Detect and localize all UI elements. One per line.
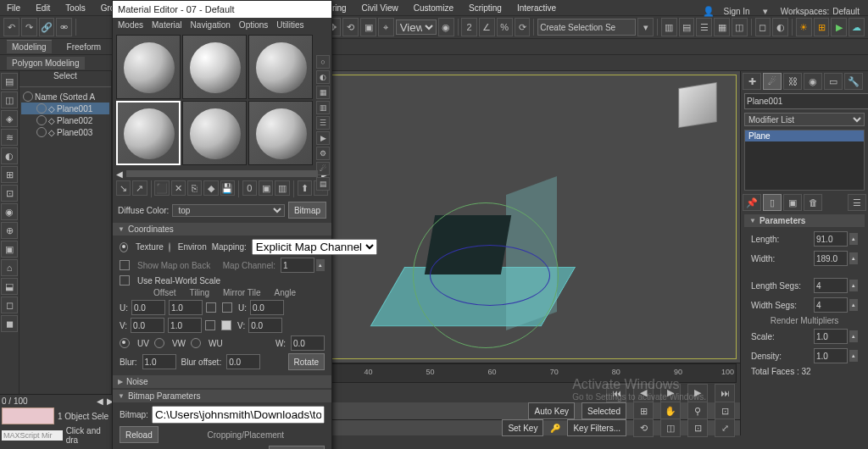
- u-angle-input[interactable]: [250, 300, 284, 315]
- blur-input[interactable]: [142, 354, 176, 369]
- show-in-vp-icon[interactable]: ▣: [259, 180, 273, 196]
- show-map-check[interactable]: [120, 260, 130, 270]
- scene-item[interactable]: ◇Plane001: [21, 103, 109, 114]
- u-mirror-check[interactable]: [206, 302, 216, 313]
- redo-button[interactable]: ↷: [21, 18, 37, 36]
- playback-prev-key[interactable]: ⏮: [606, 384, 626, 402]
- layer-explorer-button[interactable]: ▦: [714, 18, 730, 36]
- selected-button[interactable]: Selected: [581, 402, 626, 419]
- mapchannel-input[interactable]: [281, 258, 314, 273]
- render-setup-button[interactable]: ☀: [796, 18, 812, 36]
- material-slot[interactable]: [116, 35, 181, 99]
- placement-button[interactable]: ⌖: [378, 18, 394, 36]
- menu-tools[interactable]: Tools: [65, 3, 85, 13]
- view-image-button[interactable]: View Image: [269, 446, 325, 449]
- rotate-button[interactable]: ⟲: [342, 18, 359, 36]
- motion-tab-icon[interactable]: ◉: [804, 73, 822, 90]
- nav-icon[interactable]: ◫: [660, 419, 681, 437]
- display-tab-icon[interactable]: ▭: [824, 73, 843, 90]
- bitmap-params-rollout[interactable]: Bitmap Parameters: [113, 390, 331, 402]
- configure-sets-icon[interactable]: ☰: [848, 194, 866, 211]
- sample-uv-icon[interactable]: ▥: [316, 101, 330, 114]
- undo-button[interactable]: ↶: [3, 18, 19, 36]
- render-cloud-button[interactable]: ☁: [849, 18, 865, 36]
- mat-menu-modes[interactable]: Modes: [118, 20, 143, 30]
- rotate-button[interactable]: Rotate: [288, 353, 325, 370]
- v-tile-check[interactable]: [221, 320, 231, 330]
- nav-icon[interactable]: ✋: [660, 402, 681, 420]
- parameters-rollout[interactable]: Parameters: [744, 214, 865, 227]
- put-to-scene-icon[interactable]: ↗: [132, 180, 147, 196]
- cmd-icon[interactable]: ◈: [1, 110, 18, 127]
- material-slot[interactable]: [182, 101, 247, 165]
- snap-percent-button[interactable]: %: [497, 18, 513, 36]
- spinner-snap-button[interactable]: ⟳: [515, 18, 531, 36]
- modify-tab-icon[interactable]: ☄: [763, 73, 782, 90]
- wsegs-input[interactable]: [814, 297, 848, 313]
- coordinates-rollout[interactable]: Coordinates: [113, 223, 331, 236]
- ribbon-tab-modeling[interactable]: Modeling: [7, 40, 52, 53]
- mat-id-icon[interactable]: 0: [242, 180, 257, 196]
- nav-icon[interactable]: ⊡: [715, 402, 735, 420]
- schematic-view-button[interactable]: ◻: [755, 18, 771, 36]
- selection-set-dropdown[interactable]: ▾: [637, 18, 654, 36]
- scene-sort-header[interactable]: Name (Sorted A: [21, 91, 109, 103]
- unlink-button[interactable]: ⚮: [56, 18, 72, 36]
- modifier-stack[interactable]: Plane: [744, 130, 865, 191]
- width-input[interactable]: [814, 251, 848, 266]
- go-parent-icon[interactable]: ⬆: [298, 180, 312, 196]
- modifier-list-dropdown[interactable]: Modifier List: [744, 113, 865, 126]
- signin-button[interactable]: Sign In: [724, 7, 750, 16]
- view-cube[interactable]: [678, 82, 716, 128]
- assign-to-sel-icon[interactable]: ⬛: [154, 180, 169, 196]
- menu-edit[interactable]: Edit: [36, 3, 50, 13]
- wu-radio[interactable]: [191, 338, 201, 348]
- sample-type-icon[interactable]: ○: [316, 55, 330, 69]
- curve-editor-button[interactable]: ◫: [732, 18, 748, 36]
- cmd-icon[interactable]: ▣: [1, 241, 18, 258]
- menu-customize[interactable]: Customize: [414, 3, 453, 13]
- render-button[interactable]: ▶: [831, 18, 847, 36]
- maxscript-listener[interactable]: MAXScript Mir: [2, 430, 63, 441]
- vw-radio[interactable]: [154, 338, 164, 348]
- playback-next-key[interactable]: ⏭: [715, 384, 735, 402]
- layers-button[interactable]: ☰: [696, 18, 712, 36]
- nav-icon[interactable]: ⚲: [687, 402, 708, 420]
- cmd-icon[interactable]: ◉: [1, 203, 18, 220]
- align-button[interactable]: ▤: [679, 18, 695, 36]
- u-tiling-input[interactable]: [169, 300, 203, 315]
- material-slot[interactable]: [248, 101, 313, 165]
- hierarchy-tab-icon[interactable]: ⛓: [783, 73, 802, 90]
- reset-map-icon[interactable]: ✕: [171, 180, 186, 196]
- create-tab-icon[interactable]: ✚: [743, 73, 761, 90]
- ribbon-tab-freeform[interactable]: Freeform: [62, 41, 107, 53]
- bluroffset-input[interactable]: [226, 354, 260, 369]
- v-offset-input[interactable]: [131, 318, 164, 333]
- cmd-icon[interactable]: ◐: [1, 147, 18, 164]
- reload-button[interactable]: Reload: [120, 426, 159, 443]
- cmd-icon[interactable]: ▤: [1, 73, 18, 90]
- remove-modifier-icon[interactable]: 🗑: [804, 194, 822, 211]
- mirror-button[interactable]: ▥: [661, 18, 677, 36]
- density-input[interactable]: [814, 348, 848, 363]
- u-tile-check[interactable]: [222, 302, 232, 313]
- v-angle-input[interactable]: [248, 318, 282, 333]
- realworld-check[interactable]: [120, 275, 130, 285]
- signin-dropdown-icon[interactable]: ▾: [755, 2, 776, 20]
- make-copy-icon[interactable]: ⎘: [187, 180, 202, 196]
- snap-angle-button[interactable]: ∠: [479, 18, 495, 36]
- menu-scripting[interactable]: Scripting: [469, 3, 502, 13]
- stack-item[interactable]: Plane: [745, 130, 864, 141]
- cmd-icon[interactable]: ⊞: [1, 166, 18, 183]
- cmd-icon[interactable]: ⊕: [1, 222, 18, 239]
- workspace-value[interactable]: Default: [832, 7, 860, 16]
- link-button[interactable]: 🔗: [39, 18, 55, 36]
- render-frame-button[interactable]: ⊞: [814, 18, 830, 36]
- put-to-lib-icon[interactable]: 💾: [220, 180, 235, 196]
- pivot-button[interactable]: ◉: [438, 18, 454, 36]
- autokey-button[interactable]: Auto Key: [528, 402, 575, 419]
- noise-rollout[interactable]: Noise: [113, 375, 331, 388]
- cmd-icon[interactable]: ⌂: [1, 259, 18, 276]
- mat-menu-material[interactable]: Material: [152, 20, 182, 30]
- bitmap-path-input[interactable]: [152, 406, 325, 424]
